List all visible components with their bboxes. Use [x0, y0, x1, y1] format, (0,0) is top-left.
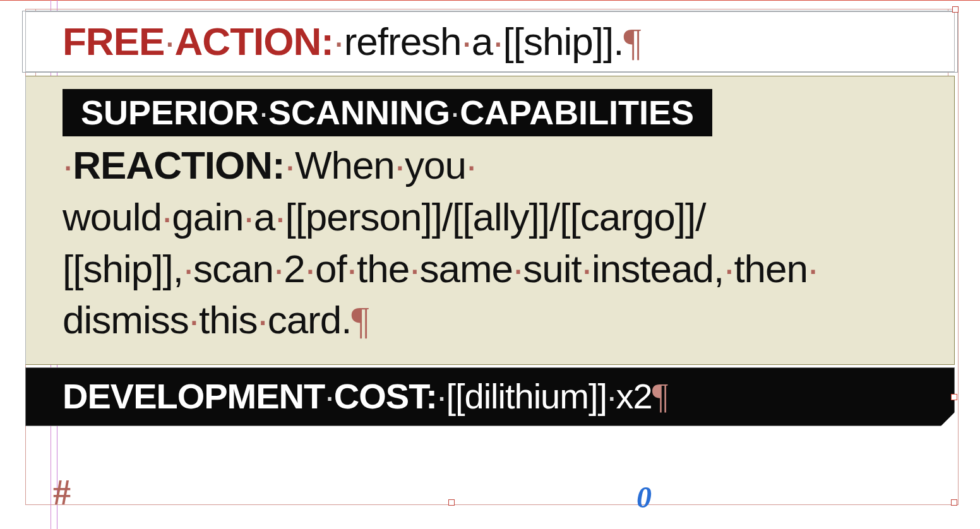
- corner-cut-icon: [941, 412, 955, 426]
- selection-handle[interactable]: [951, 394, 957, 400]
- text-frame-free-action[interactable]: FREE·ACTION:·refresh·a·[[ship]].¶: [25, 11, 955, 72]
- text-frames-group[interactable]: FREE·ACTION:·refresh·a·[[ship]].¶ SUPERI…: [25, 11, 955, 426]
- free-action-label: FREE·ACTION:: [63, 20, 333, 63]
- development-cost-value: [[dilithium]]·x2: [446, 376, 652, 416]
- ruler-guide-horizontal: [0, 0, 980, 1]
- selection-handle[interactable]: [448, 499, 455, 506]
- pilcrow-icon: ¶: [652, 377, 667, 416]
- overset-text-indicator-icon[interactable]: 0: [636, 480, 652, 514]
- text-frame-development-cost[interactable]: DEVELOPMENT·COST:·[[dilithium]]·x2¶: [25, 367, 955, 426]
- development-cost-label: DEVELOPMENT·COST:: [63, 376, 437, 416]
- selection-handle[interactable]: [951, 499, 957, 506]
- reaction-label: REACTION:: [73, 143, 284, 187]
- free-action-text: refresh·a·[[ship]].: [344, 20, 624, 63]
- ability-name-badge: SUPERIOR·SCANNING·CAPABILITIES: [63, 89, 712, 136]
- pilcrow-icon: ¶: [623, 20, 641, 63]
- frame-break-icon: #: [53, 472, 71, 513]
- pilcrow-icon: ¶: [351, 299, 368, 342]
- text-frame-ability[interactable]: SUPERIOR·SCANNING·CAPABILITIES ·REACTION…: [25, 76, 955, 365]
